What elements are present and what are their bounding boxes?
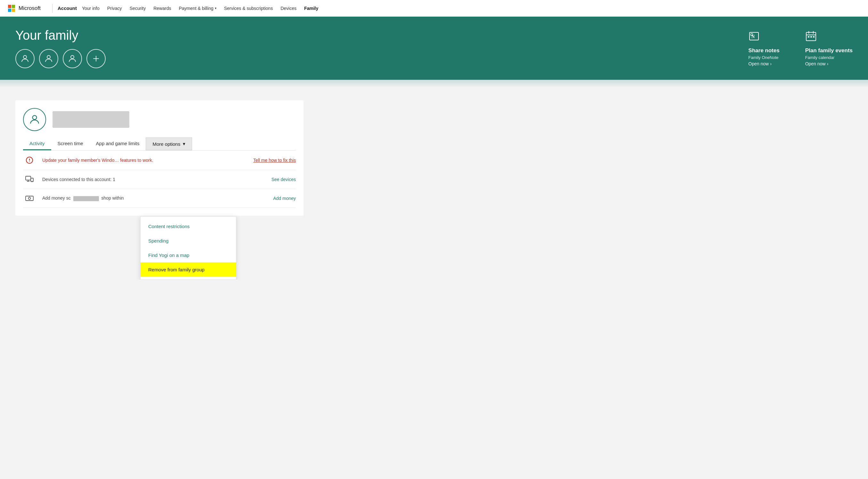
hero-features: N Share notes Family OneNote Open now › <box>748 30 852 66</box>
svg-rect-0 <box>8 5 11 8</box>
table-row: Add money sc shop within Add money <box>23 189 296 208</box>
warning-circle-icon <box>26 156 33 164</box>
member-person-icon <box>29 113 41 126</box>
member-section: Activity Screen time App and game limits… <box>16 100 304 216</box>
fix-link[interactable]: Tell me how to fix this <box>253 158 296 163</box>
table-row: Devices connected to this account: 1 See… <box>23 170 296 189</box>
money-svg-icon <box>25 195 34 202</box>
svg-point-5 <box>47 55 50 59</box>
brand-name: Microsoft <box>19 5 41 11</box>
member-header <box>23 108 296 131</box>
tab-screen-time[interactable]: Screen time <box>51 138 90 150</box>
more-options-dropdown: Content restrictions Spending Find Yogi … <box>140 216 236 280</box>
svg-rect-23 <box>26 176 31 180</box>
svg-point-4 <box>23 55 27 59</box>
tab-app-game-limits[interactable]: App and game limits <box>90 138 146 150</box>
redacted-amount <box>73 196 99 201</box>
plan-events-title: Plan family events <box>805 48 852 54</box>
nav-divider <box>52 4 53 13</box>
onenote-svg-icon: N <box>748 30 760 42</box>
svg-point-6 <box>71 55 74 59</box>
nav-link-your-info[interactable]: Your info <box>79 4 103 13</box>
microsoft-logo-icon <box>8 4 16 12</box>
nav-link-services[interactable]: Services & subscriptions <box>221 4 276 13</box>
nav-link-family[interactable]: Family <box>301 4 321 13</box>
chevron-right-icon: › <box>770 61 772 66</box>
svg-rect-18 <box>813 36 814 37</box>
svg-rect-3 <box>12 9 15 12</box>
alert-icon <box>23 156 36 164</box>
see-devices-link[interactable]: See devices <box>272 177 296 182</box>
content-area: Activity Screen time App and game limits… <box>0 87 868 280</box>
plus-icon <box>91 54 101 63</box>
dropdown-item-remove-from-group[interactable]: Remove from family group <box>141 262 236 277</box>
devices-svg-icon <box>25 176 34 183</box>
hero-banner: Your family <box>0 17 868 80</box>
more-options-button[interactable]: More options ▾ <box>146 138 192 150</box>
nav-link-privacy[interactable]: Privacy <box>104 4 125 13</box>
svg-rect-2 <box>8 9 11 12</box>
svg-rect-17 <box>810 36 812 37</box>
nav-link-payment[interactable]: Payment & billing ▾ <box>176 4 219 13</box>
update-warning-text: Update your family member's Windo… featu… <box>42 158 247 163</box>
svg-rect-1 <box>12 5 15 8</box>
person-icon <box>20 54 30 63</box>
family-member-1-avatar[interactable] <box>16 49 35 68</box>
svg-text:N: N <box>751 34 755 39</box>
info-rows: Update your family member's Windo… featu… <box>23 151 296 208</box>
person-icon <box>67 54 77 63</box>
money-icon <box>23 195 36 202</box>
svg-rect-28 <box>26 196 33 201</box>
nav-link-devices[interactable]: Devices <box>277 4 300 13</box>
calendar-icon <box>805 30 852 44</box>
calendar-svg-icon <box>805 30 817 42</box>
svg-point-22 <box>29 161 30 162</box>
share-notes-title: Share notes <box>748 48 779 54</box>
brand-logo[interactable]: Microsoft <box>8 4 41 12</box>
add-money-link[interactable]: Add money <box>273 196 296 201</box>
nav-link-rewards[interactable]: Rewards <box>150 4 174 13</box>
devices-icon <box>23 176 36 183</box>
person-icon <box>44 54 54 63</box>
chevron-right-icon: › <box>827 61 828 66</box>
plan-events-subtitle: Family calendar <box>805 55 852 60</box>
hero-avatars <box>16 49 748 68</box>
hero-title-section: Your family <box>16 28 748 68</box>
add-family-member-button[interactable] <box>87 49 106 68</box>
share-notes-subtitle: Family OneNote <box>748 55 779 60</box>
plan-events-link[interactable]: Open now › <box>805 61 852 66</box>
plan-events-feature: Plan family events Family calendar Open … <box>805 30 852 66</box>
tab-activity[interactable]: Activity <box>23 138 51 150</box>
family-member-2-avatar[interactable] <box>39 49 58 68</box>
dropdown-item-find-on-map[interactable]: Find Yogi on a map <box>141 248 236 262</box>
onenote-icon: N <box>748 30 779 44</box>
svg-point-19 <box>33 115 37 120</box>
nav-link-security[interactable]: Security <box>126 4 149 13</box>
add-money-text: Add money sc shop within <box>42 196 267 201</box>
nav-links: Your info Privacy Security Rewards Payme… <box>79 4 321 13</box>
dropdown-item-spending[interactable]: Spending <box>141 234 236 248</box>
share-notes-feature: N Share notes Family OneNote Open now › <box>748 30 779 66</box>
member-name-redacted <box>53 111 129 128</box>
chevron-down-icon: ▾ <box>215 6 216 10</box>
member-avatar <box>23 108 46 131</box>
hero-gradient <box>0 80 868 87</box>
devices-text: Devices connected to this account: 1 <box>42 177 265 182</box>
table-row: Update your family member's Windo… featu… <box>23 151 296 170</box>
nav-bar: Microsoft Account Your info Privacy Secu… <box>0 0 868 17</box>
chevron-down-icon: ▾ <box>183 141 185 147</box>
svg-rect-16 <box>808 36 809 37</box>
dropdown-item-content-restrictions[interactable]: Content restrictions <box>141 219 236 234</box>
member-tabs: Activity Screen time App and game limits… <box>23 138 296 151</box>
family-member-3-avatar[interactable] <box>63 49 82 68</box>
hero-title: Your family <box>16 28 748 42</box>
share-notes-link[interactable]: Open now › <box>748 61 779 66</box>
svg-point-29 <box>29 198 31 200</box>
nav-section-label: Account <box>58 5 77 11</box>
